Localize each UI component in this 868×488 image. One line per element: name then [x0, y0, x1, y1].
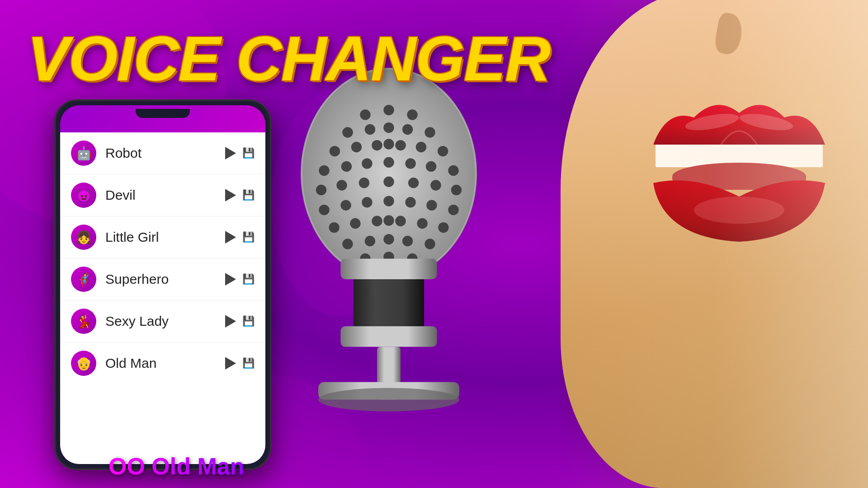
face-skin: [561, 0, 868, 488]
svg-point-7: [383, 122, 394, 133]
svg-point-24: [316, 185, 326, 195]
svg-point-16: [438, 146, 448, 156]
microphone: [262, 68, 515, 420]
bottom-bar: OO Old Man: [0, 445, 868, 488]
voice-actions-old-man: 💾: [225, 357, 255, 370]
svg-point-18: [341, 161, 352, 172]
play-button-sexy-lady[interactable]: [225, 315, 236, 328]
svg-point-2: [360, 109, 370, 120]
voice-actions-little-girl: 💾: [225, 231, 255, 244]
phone-screen: 🤖 Robot 💾 😈 Devil 💾 👧 Little Girl: [60, 105, 265, 464]
svg-rect-54: [340, 259, 437, 280]
svg-point-45: [342, 239, 353, 249]
phone-mockup: 🤖 Robot 💾 😈 Devil 💾 👧 Little Girl: [54, 99, 271, 470]
voice-item-old-man[interactable]: 👴 Old Man 💾: [60, 343, 265, 384]
play-button-devil[interactable]: [225, 189, 236, 202]
voice-icon-devil: 😈: [71, 183, 96, 208]
svg-point-13: [383, 139, 394, 149]
svg-point-33: [362, 197, 372, 207]
svg-point-15: [416, 142, 426, 152]
play-button-superhero[interactable]: [225, 273, 236, 286]
svg-point-14: [395, 140, 406, 150]
svg-point-21: [405, 158, 415, 169]
voice-item-robot[interactable]: 🤖 Robot 💾: [60, 132, 265, 174]
save-button-old-man[interactable]: 💾: [242, 357, 255, 369]
voice-icon-robot: 🤖: [71, 141, 96, 166]
voice-actions-superhero: 💾: [225, 273, 255, 286]
voice-item-little-girl[interactable]: 👧 Little Girl 💾: [60, 216, 265, 258]
voice-item-sexy-lady[interactable]: 💃 Sexy Lady 💾: [60, 300, 265, 343]
svg-point-26: [359, 178, 369, 188]
svg-point-42: [395, 216, 406, 226]
play-button-robot[interactable]: [225, 147, 236, 160]
phone-body: 🤖 Robot 💾 😈 Devil 💾 👧 Little Girl: [54, 99, 271, 470]
svg-point-25: [336, 180, 347, 190]
play-button-little-girl[interactable]: [225, 231, 236, 244]
svg-point-11: [351, 142, 362, 152]
voice-actions-robot: 💾: [225, 147, 255, 160]
svg-point-3: [383, 105, 394, 115]
svg-point-32: [340, 200, 351, 211]
svg-point-37: [448, 205, 458, 215]
woman-face: [561, 0, 868, 488]
svg-point-12: [372, 140, 382, 150]
svg-point-19: [362, 158, 372, 169]
voice-label-little-girl: Little Girl: [105, 230, 216, 245]
voice-icon-old-man: 👴: [71, 351, 96, 376]
voice-actions-devil: 💾: [225, 189, 255, 202]
svg-point-10: [330, 146, 340, 156]
svg-point-58: [318, 388, 459, 412]
voice-label-sexy-lady: Sexy Lady: [105, 314, 216, 329]
svg-point-17: [319, 165, 329, 176]
svg-point-4: [407, 109, 417, 120]
phone-notch: [136, 109, 190, 118]
voice-label-superhero: Superhero: [105, 272, 216, 287]
svg-point-9: [425, 127, 435, 137]
svg-point-8: [402, 124, 413, 135]
svg-point-34: [383, 196, 394, 206]
play-button-old-man[interactable]: [225, 357, 236, 370]
app-title: VOICE CHANGER: [27, 27, 550, 90]
svg-point-6: [365, 124, 375, 135]
svg-rect-55: [340, 326, 437, 347]
save-button-superhero[interactable]: 💾: [242, 273, 255, 285]
svg-point-30: [451, 185, 462, 195]
svg-point-41: [383, 215, 394, 225]
svg-point-38: [329, 222, 339, 233]
voice-icon-little-girl: 👧: [71, 225, 96, 250]
voice-label-devil: Devil: [105, 188, 216, 203]
voice-item-superhero[interactable]: 🦸 Superhero 💾: [60, 258, 265, 300]
save-button-devil[interactable]: 💾: [242, 189, 255, 201]
svg-point-23: [448, 165, 458, 176]
svg-point-43: [417, 218, 427, 229]
svg-point-28: [408, 178, 419, 188]
svg-point-20: [383, 157, 394, 168]
svg-point-27: [383, 177, 394, 187]
save-button-robot[interactable]: 💾: [242, 147, 255, 159]
voice-actions-sexy-lady: 💾: [225, 315, 255, 328]
svg-point-5: [342, 127, 353, 137]
svg-point-22: [426, 161, 436, 172]
voice-label-old-man: Old Man: [105, 356, 216, 371]
svg-point-49: [425, 239, 435, 249]
voice-icon-superhero: 🦸: [71, 267, 96, 292]
svg-point-39: [350, 218, 360, 229]
svg-point-46: [365, 236, 375, 246]
svg-point-35: [405, 197, 415, 207]
svg-point-48: [402, 236, 413, 246]
svg-point-29: [430, 180, 441, 190]
voice-label-robot: Robot: [105, 145, 216, 161]
save-button-sexy-lady[interactable]: 💾: [242, 315, 255, 327]
svg-point-31: [319, 205, 329, 215]
svg-point-47: [383, 234, 394, 244]
svg-point-40: [372, 216, 382, 226]
svg-point-61: [694, 197, 784, 224]
voice-icon-sexy-lady: 💃: [71, 309, 96, 334]
save-button-little-girl[interactable]: 💾: [242, 231, 255, 243]
voice-item-devil[interactable]: 😈 Devil 💾: [60, 174, 265, 216]
svg-point-36: [426, 200, 437, 211]
voice-list: 🤖 Robot 💾 😈 Devil 💾 👧 Little Girl: [60, 132, 265, 464]
svg-point-44: [438, 222, 448, 233]
bottom-label-text: OO Old Man: [108, 453, 244, 480]
